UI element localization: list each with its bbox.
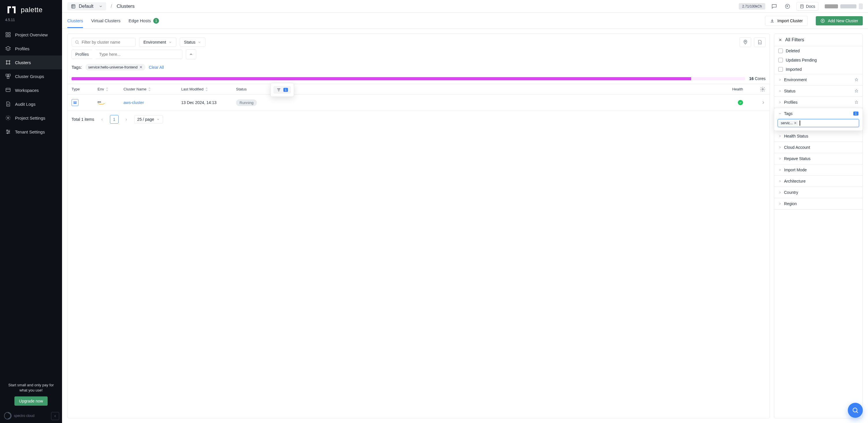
profiles-filter-row: Profiles (67, 49, 770, 63)
search-input[interactable] (82, 40, 132, 45)
filter-section-header[interactable]: Tags 1 (774, 108, 863, 119)
search-icon (75, 40, 80, 45)
checkbox[interactable] (778, 49, 783, 53)
filter-section-header[interactable]: Profiles (774, 97, 863, 108)
quick-filter-updates-pending[interactable]: Updates Pending (774, 55, 863, 65)
sidebar-item-tenant-settings[interactable]: Tenant Settings (0, 125, 62, 139)
upgrade-button[interactable]: Upgrade now (14, 396, 48, 406)
pin-icon[interactable] (855, 78, 859, 82)
filters-panel: All Filters Deleted Updates Pending Impo… (774, 33, 863, 418)
map-pin-icon (743, 39, 748, 45)
page-number-current[interactable]: 1 (110, 115, 119, 124)
sidebar-item-label: Tenant Settings (15, 130, 45, 134)
layers-icon (5, 46, 11, 51)
sidebar-item-audit-logs[interactable]: Audit Logs (0, 97, 62, 111)
prev-page-button[interactable]: ‹ (98, 117, 106, 122)
svg-point-13 (7, 117, 9, 119)
row-expand-button[interactable] (761, 100, 766, 105)
quick-filter-deleted[interactable]: Deleted (774, 46, 863, 55)
page-size-select[interactable]: 25 / page (134, 115, 163, 123)
remove-tag-button[interactable]: ✕ (140, 65, 143, 69)
project-scope-icon (71, 4, 76, 9)
search-icon (852, 407, 859, 414)
th-last-modified[interactable]: Last Modified (181, 87, 236, 91)
filter-section-header[interactable]: Country (774, 187, 863, 198)
search-input-wrap[interactable] (71, 38, 135, 47)
filter-section-header[interactable]: Import Mode (774, 164, 863, 175)
filter-count-toggle[interactable]: 1 (274, 86, 291, 94)
help-fab[interactable] (848, 403, 863, 418)
checkbox[interactable] (778, 67, 783, 72)
sidebar-item-label: Workspaces (15, 88, 39, 93)
breadcrumb-current: Clusters (117, 3, 134, 9)
filter-section-header[interactable]: Cloud Account (774, 142, 863, 153)
map-view-button[interactable] (740, 37, 751, 47)
filter-section-header[interactable]: Region (774, 198, 863, 209)
filter-section-header[interactable]: Environment (774, 74, 863, 85)
quick-filter-label: Imported (786, 67, 802, 72)
cell-modified: 13 Dec 2024, 14:13 (181, 100, 236, 105)
health-ok-icon (738, 100, 743, 105)
export-csv-button[interactable]: csv (754, 37, 766, 47)
sidebar-item-project-overview[interactable]: Project Overview (0, 28, 62, 41)
sidebar-item-workspaces[interactable]: Workspaces (0, 83, 62, 97)
compass-icon[interactable] (783, 2, 792, 11)
cell-env: aws (97, 100, 124, 106)
add-cluster-button[interactable]: Add New Cluster (816, 16, 863, 25)
tab-label: Clusters (67, 18, 83, 23)
tab-virtual-clusters[interactable]: Virtual Clusters (91, 13, 120, 28)
sidebar-item-cluster-groups[interactable]: Cluster Groups (0, 69, 62, 83)
pin-icon[interactable] (855, 89, 859, 93)
chevron-right-icon (778, 191, 782, 194)
chat-icon[interactable] (770, 2, 779, 11)
svg-rect-1 (9, 33, 10, 34)
th-env[interactable]: Env (97, 87, 124, 91)
filter-section-header[interactable]: Architecture (774, 176, 863, 187)
close-filters-button[interactable] (778, 38, 782, 42)
th-cluster-name[interactable]: Cluster Name (124, 87, 181, 91)
svg-rect-18 (71, 5, 75, 8)
filter-section-header[interactable]: Status (774, 86, 863, 96)
filter-section-header[interactable]: Repave Status (774, 153, 863, 164)
selected-tag-text: servic... (781, 121, 793, 125)
capacity-row: 16 Cores (67, 75, 770, 84)
tags-multi-select[interactable]: servic... ✕ (778, 119, 859, 127)
pin-icon[interactable] (855, 100, 859, 104)
tab-label: Virtual Clusters (91, 18, 120, 23)
quick-filter-imported[interactable]: Imported (774, 65, 863, 74)
sidebar-item-label: Project Settings (15, 116, 45, 120)
quick-filter-label: Deleted (786, 49, 800, 53)
next-page-button[interactable]: › (123, 117, 130, 122)
column-settings-button[interactable] (760, 86, 767, 93)
sort-icon (148, 87, 151, 91)
clear-all-filters-link[interactable]: Clear All (149, 65, 164, 69)
tab-label: Edge Hosts (128, 18, 151, 23)
filter-section-status: Status (774, 86, 863, 97)
sidebar-item-clusters[interactable]: Clusters (0, 55, 62, 69)
import-cluster-button[interactable]: Import Cluster (765, 16, 808, 26)
collapse-filters-button[interactable] (186, 49, 196, 59)
sidebar-item-project-settings[interactable]: Project Settings (0, 111, 62, 125)
svg-text:csv: csv (759, 42, 761, 44)
status-filter[interactable]: Status (180, 37, 206, 47)
table-row[interactable]: aws aws-cluster 13 Dec 2024, 14:13 Runni… (67, 94, 770, 111)
profiles-filter-input[interactable] (96, 50, 182, 59)
remove-selected-tag[interactable]: ✕ (794, 121, 797, 125)
tab-clusters[interactable]: Clusters (67, 13, 83, 28)
cluster-list-panel: 1 Environment Status (67, 33, 770, 418)
filter-section-label: Region (784, 201, 797, 206)
tab-edge-hosts[interactable]: Edge Hosts 1 (128, 13, 159, 28)
collapse-sidebar-button[interactable] (51, 412, 59, 420)
tags-input-caret[interactable] (800, 120, 800, 126)
environment-filter[interactable]: Environment (139, 37, 176, 47)
checkbox[interactable] (778, 58, 783, 62)
svg-rect-9 (6, 74, 8, 76)
svg-marker-31 (206, 90, 208, 91)
cell-name: aws-cluster (124, 100, 181, 105)
cluster-name-link[interactable]: aws-cluster (124, 100, 144, 105)
docs-button[interactable]: Docs (797, 2, 818, 11)
filter-section-health-status: Health Status (774, 131, 863, 142)
project-picker[interactable]: Default (67, 2, 106, 10)
filter-section-header[interactable]: Health Status (774, 131, 863, 142)
sidebar-item-profiles[interactable]: Profiles (0, 41, 62, 55)
